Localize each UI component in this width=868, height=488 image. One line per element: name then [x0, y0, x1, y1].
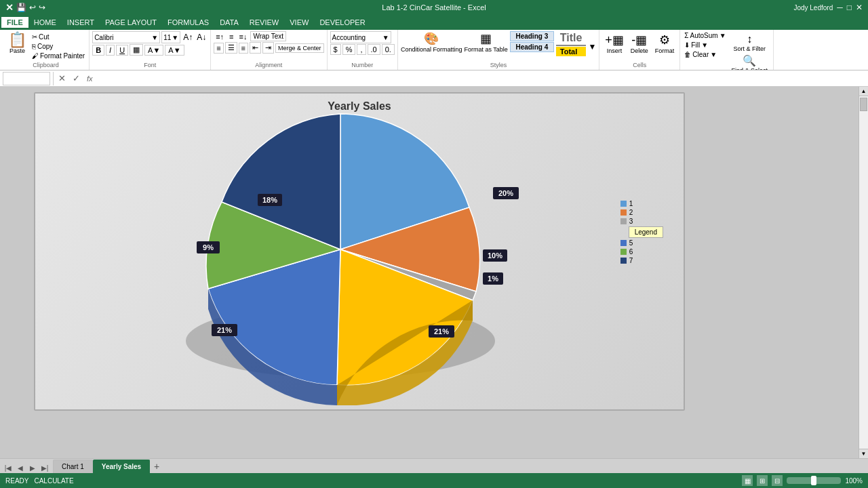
comma-button[interactable]: , [357, 44, 366, 55]
percent-button[interactable]: $ [330, 44, 341, 55]
styles-more-button[interactable]: ▼ [588, 42, 596, 52]
user-name: Jody Ledford [793, 4, 833, 12]
indent-increase-button[interactable]: ⇥ [262, 42, 274, 54]
view-layout-button[interactable]: ⊞ [757, 475, 768, 486]
confirm-formula-button[interactable]: ✓ [71, 73, 82, 83]
clear-button[interactable]: 🗑Clear▼ [683, 50, 727, 59]
decrease-decimal-button[interactable]: 0. [382, 44, 395, 55]
heading3-style[interactable]: Heading 3 [510, 31, 554, 41]
insert-function-button[interactable]: fx [85, 75, 95, 83]
title-style[interactable]: Title [556, 31, 587, 46]
font-color-button[interactable]: A▼ [165, 45, 184, 56]
menu-file[interactable]: FILE [1, 17, 28, 28]
legend-2: 2 [620, 209, 663, 216]
menu-view[interactable]: VIEW [284, 17, 314, 28]
cancel-formula-button[interactable]: ✕ [56, 73, 68, 83]
align-left-button[interactable]: ≡ [214, 43, 223, 54]
menu-formulas[interactable]: FORMULAS [162, 17, 214, 28]
sort-filter-button[interactable]: ↕ Sort & Filter [729, 33, 771, 53]
tab-nav-first[interactable]: |◀ [3, 462, 14, 473]
ribbon-group-number: Accounting▼ $ % , .0 0. Number [328, 30, 398, 70]
menu-home[interactable]: HOME [28, 17, 62, 28]
paste-button[interactable]: 📋 Paste [5, 31, 29, 56]
add-sheet-button[interactable]: + [150, 460, 163, 473]
tab-chart1[interactable]: Chart 1 [53, 460, 93, 473]
excel-logo-icon: ✕ [5, 2, 14, 13]
conditional-formatting-button[interactable]: 🎨 Conditional Formatting [401, 31, 462, 53]
ribbon-group-cells: +▦ Insert -▦ Delete ⚙ Format Cells [599, 30, 680, 70]
menu-insert[interactable]: INSERT [62, 17, 100, 28]
increase-font-button[interactable]: A↑ [182, 33, 194, 42]
scrollbar-up-arrow[interactable]: ▲ [859, 87, 868, 96]
increase-decimal-button[interactable]: .0 [368, 44, 380, 55]
svg-text:21%: 21% [434, 327, 449, 336]
underline-button[interactable]: U [116, 45, 128, 56]
scrollbar-down-arrow[interactable]: ▼ [859, 449, 868, 458]
bold-button[interactable]: B [92, 45, 104, 56]
menu-page-layout[interactable]: PAGE LAYOUT [100, 17, 162, 28]
tab-yearly-sales[interactable]: Yearly Sales [93, 460, 150, 473]
close-icon[interactable]: ✕ [856, 3, 863, 12]
italic-button[interactable]: I [106, 45, 115, 56]
pie-chart: 20% 10% 1% 21% 21% 9% 18% [76, 107, 632, 405]
zoom-level: 100% [845, 477, 863, 485]
percent-style-button[interactable]: % [342, 44, 356, 55]
number-format-dropdown[interactable]: Accounting▼ [330, 31, 391, 43]
cut-button[interactable]: ✂Cut [31, 33, 86, 41]
format-button[interactable]: ⚙ Format [652, 31, 677, 62]
vertical-scrollbar[interactable]: ▲ ▼ [859, 87, 868, 458]
align-right-button[interactable]: ≡ [239, 43, 248, 54]
fill-color-button[interactable]: A▼ [144, 45, 163, 56]
title-text: Lab 1-2 CinCar Satellite - Excel [382, 3, 486, 12]
font-size-dropdown[interactable]: 11▼ [161, 31, 180, 43]
redo-icon[interactable]: ↪ [39, 3, 45, 12]
merge-center-button[interactable]: Merge & Center [275, 43, 324, 53]
maximize-icon[interactable]: □ [847, 3, 852, 12]
align-middle-button[interactable]: ≡ [227, 32, 235, 41]
total-style[interactable]: Total [556, 47, 587, 56]
delete-button[interactable]: -▦ Delete [628, 31, 651, 62]
autosum-button[interactable]: ΣAutoSum▼ [683, 31, 727, 40]
chart-container[interactable]: Yearly Sales [34, 92, 685, 411]
fill-button[interactable]: ⬇Fill▼ [683, 41, 727, 49]
cells-label: Cells [602, 62, 677, 68]
legend-panel: 1 2 3 Legend 5 6 7 [620, 199, 663, 266]
undo-icon[interactable]: ↩ [29, 3, 36, 12]
quick-access-save-icon[interactable]: 💾 [16, 3, 26, 12]
tab-nav-last[interactable]: ▶| [39, 462, 50, 473]
align-top-button[interactable]: ≡↑ [214, 32, 226, 41]
tab-nav-next[interactable]: ▶ [27, 462, 38, 473]
view-page-break-button[interactable]: ⊟ [772, 475, 783, 486]
ribbon-group-styles: 🎨 Conditional Formatting ▦ Format as Tab… [398, 30, 599, 70]
format-painter-button[interactable]: 🖌Format Painter [31, 52, 86, 60]
svg-text:10%: 10% [488, 251, 502, 260]
font-family-dropdown[interactable]: Calibri▼ [92, 31, 160, 43]
view-normal-button[interactable]: ▦ [742, 475, 753, 486]
format-as-table-button[interactable]: ▦ Format as Table [464, 31, 507, 53]
menu-data[interactable]: DATA [214, 17, 244, 28]
name-box[interactable] [3, 72, 50, 85]
decrease-font-button[interactable]: A↓ [195, 33, 208, 42]
tab-nav-prev[interactable]: ◀ [15, 462, 26, 473]
align-center-button[interactable]: ☰ [225, 42, 237, 54]
menu-developer[interactable]: DEVELOPER [314, 17, 370, 28]
heading4-style[interactable]: Heading 4 [510, 42, 554, 52]
indent-decrease-button[interactable]: ⇤ [250, 42, 261, 54]
zoom-slider[interactable] [787, 477, 841, 484]
copy-button[interactable]: ⎘Copy [31, 42, 86, 51]
find-select-button[interactable]: 🔍 Find & Select [729, 54, 771, 70]
insert-button[interactable]: +▦ Insert [602, 31, 627, 62]
menu-review[interactable]: REVIEW [244, 17, 284, 28]
legend-7: 7 [620, 257, 663, 264]
align-bottom-button[interactable]: ≡↓ [237, 32, 250, 41]
status-calculate: CALCULATE [34, 477, 73, 485]
formula-divider [53, 72, 54, 85]
border-button[interactable]: ▦ [130, 44, 143, 56]
number-label: Number [330, 62, 395, 68]
wrap-text-button[interactable]: Wrap Text [250, 31, 286, 41]
minimize-icon[interactable]: ─ [837, 3, 843, 12]
formula-input[interactable] [98, 72, 865, 85]
svg-text:1%: 1% [488, 274, 498, 283]
scrollbar-thumb[interactable] [860, 98, 867, 111]
font-label: Font [92, 62, 208, 68]
